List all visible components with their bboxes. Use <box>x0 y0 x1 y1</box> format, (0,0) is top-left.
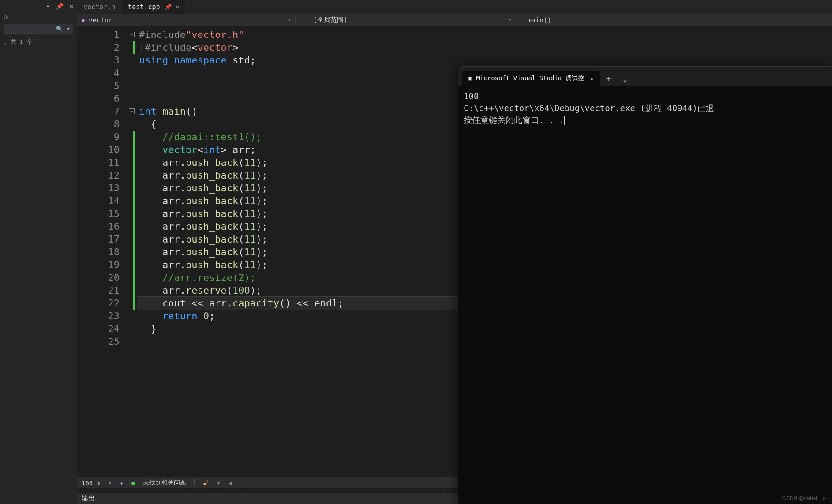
line-number: 9 <box>77 131 120 143</box>
status-ok-icon: ● <box>131 479 135 486</box>
fold-toggle <box>126 118 137 131</box>
line-number: 5 <box>77 79 120 92</box>
panel-search-row: 🔍 ▾ <box>0 22 77 35</box>
line-number-gutter: 1234567891011121314151617181920212223242… <box>77 26 126 477</box>
fold-toggle <box>126 220 137 233</box>
tab-vector-h[interactable]: vector.h <box>77 0 122 14</box>
nav-label: vector <box>89 16 112 24</box>
console-line: 按任意键关闭此窗口. . . <box>464 114 826 126</box>
pin-icon[interactable]: 📌 <box>165 4 172 10</box>
line-number: 20 <box>77 271 120 284</box>
fold-toggle <box>126 233 137 246</box>
fold-margin: −− <box>126 26 137 477</box>
fold-toggle <box>126 41 137 54</box>
console-tab[interactable]: ▣ Microsoft Visual Studio 调试控 ✕ <box>462 71 600 86</box>
console-line: C:\c++\vector\x64\Debug\vector.exe (进程 4… <box>464 102 826 114</box>
main-area: vector.h test.cpp 📌 ✕ ▣ vector ▾ (全局范围) … <box>77 0 832 504</box>
line-number: 3 <box>77 54 120 67</box>
panel-toolbar: ⟳ <box>0 12 77 22</box>
line-number: 15 <box>77 207 120 220</box>
issues-label[interactable]: 未找到相关问题 <box>143 479 186 487</box>
fold-toggle <box>126 194 137 207</box>
solution-explorer-panel: ▾ 📌 ✕ ⟳ 🔍 ▾ , 共 1 个) <box>0 0 77 504</box>
fold-toggle <box>126 207 137 220</box>
fold-toggle <box>126 131 137 143</box>
line-number: 24 <box>77 322 120 335</box>
search-input[interactable]: 🔍 ▾ <box>4 24 73 34</box>
tab-label: vector.h <box>83 3 115 11</box>
fold-toggle <box>126 322 137 335</box>
fold-toggle <box>126 54 137 67</box>
chevron-down-icon: ▾ <box>288 17 291 23</box>
fold-toggle <box>126 169 137 182</box>
line-number: 12 <box>77 169 120 182</box>
line-number: 13 <box>77 182 120 194</box>
pin-icon[interactable]: 📌 <box>56 3 64 10</box>
fold-toggle <box>126 258 137 271</box>
wand-icon[interactable]: ✦ <box>120 479 124 486</box>
search-icon: 🔍 ▾ <box>56 26 70 32</box>
nav-scope-project[interactable]: ▣ vector ▾ <box>77 16 296 24</box>
chevron-down-icon[interactable]: ▾ <box>46 3 49 10</box>
line-number: 25 <box>77 335 120 348</box>
project-icon: ▣ <box>82 17 85 23</box>
nav-scope-function[interactable]: ⬚ main() <box>516 16 832 24</box>
close-icon[interactable]: ✕ <box>590 75 594 82</box>
tab-menu-button[interactable]: ⌄ <box>617 71 633 86</box>
sync-icon[interactable]: ⟳ <box>4 14 10 20</box>
close-icon[interactable]: ✕ <box>176 4 180 10</box>
fold-toggle <box>126 297 137 310</box>
console-titlebar: ▣ Microsoft Visual Studio 调试控 ✕ ＋ ⌄ <box>458 67 832 86</box>
line-number: 2 <box>77 41 120 54</box>
line-number: 21 <box>77 284 120 297</box>
watermark: CSDN @dabai__a <box>782 495 826 501</box>
chevron-down-icon: ▾ <box>508 17 511 23</box>
line-number: 10 <box>77 143 120 156</box>
fold-toggle <box>126 67 137 79</box>
fold-toggle <box>126 143 137 156</box>
line-number: 8 <box>77 118 120 131</box>
fold-toggle <box>126 79 137 92</box>
line-number: 23 <box>77 310 120 322</box>
output-label: 输出 <box>82 494 95 503</box>
console-output[interactable]: 100C:\c++\vector\x64\Debug\vector.exe (进… <box>458 86 832 504</box>
code-line[interactable]: |#include<vector> <box>137 41 832 54</box>
scroll-left-icon[interactable]: ◀ <box>229 479 232 486</box>
line-number: 17 <box>77 233 120 246</box>
fold-toggle <box>126 271 137 284</box>
fold-toggle <box>126 92 137 105</box>
tab-test-cpp[interactable]: test.cpp 📌 ✕ <box>122 0 186 14</box>
code-line[interactable]: using namespace std; <box>137 54 832 67</box>
line-number: 11 <box>77 156 120 169</box>
method-icon: ⬚ <box>521 17 524 23</box>
console-tab-label: Microsoft Visual Studio 调试控 <box>476 75 584 82</box>
nav-label: main() <box>528 16 551 24</box>
new-tab-button[interactable]: ＋ <box>600 71 617 86</box>
divider <box>194 479 195 486</box>
line-number: 1 <box>77 28 120 41</box>
fold-toggle <box>126 156 137 169</box>
code-line[interactable]: #include"vector.h" <box>137 28 832 41</box>
line-number: 6 <box>77 92 120 105</box>
line-number: 18 <box>77 246 120 258</box>
navigation-bar: ▣ vector ▾ (全局范围) ▾ ⬚ main() <box>77 14 832 26</box>
line-number: 22 <box>77 297 120 310</box>
fold-toggle <box>126 246 137 258</box>
fold-toggle[interactable]: − <box>126 28 137 41</box>
line-number: 4 <box>77 67 120 79</box>
nav-scope-file[interactable]: (全局范围) ▾ <box>309 16 516 24</box>
debug-console-window: ▣ Microsoft Visual Studio 调试控 ✕ ＋ ⌄ 100C… <box>458 66 832 504</box>
fold-toggle <box>126 310 137 322</box>
line-number: 7 <box>77 105 120 118</box>
line-number: 19 <box>77 258 120 271</box>
line-number: 16 <box>77 220 120 233</box>
tab-label: test.cpp <box>128 3 160 11</box>
brush-icon[interactable]: 🖌 <box>202 479 209 486</box>
fold-toggle <box>126 335 137 348</box>
fold-toggle <box>126 284 137 297</box>
fold-toggle[interactable]: − <box>126 105 137 118</box>
zoom-level[interactable]: 163 % <box>82 479 100 486</box>
document-tabs: vector.h test.cpp 📌 ✕ <box>77 0 832 14</box>
close-icon[interactable]: ✕ <box>70 3 73 10</box>
fold-toggle <box>126 182 137 194</box>
